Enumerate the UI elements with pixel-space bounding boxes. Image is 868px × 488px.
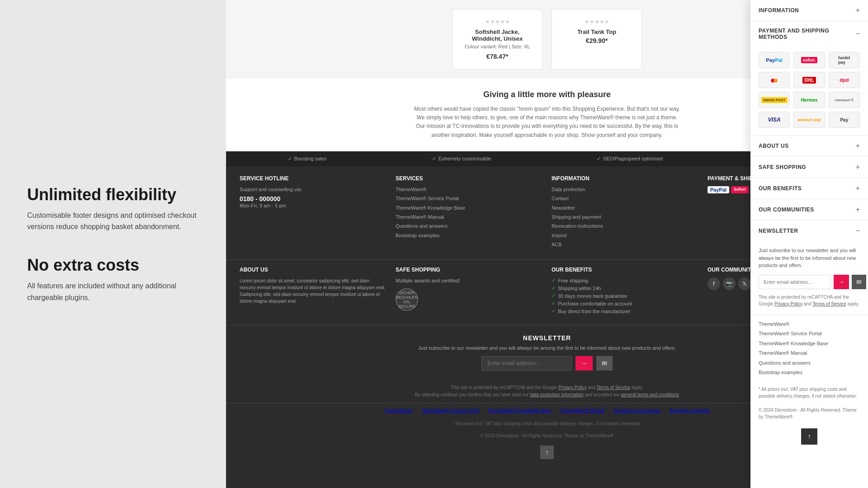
footer-service-3[interactable]: ThemeWare® Knowledge Base — [396, 205, 542, 211]
footer-service-1[interactable]: ThemeWare® — [396, 186, 542, 193]
sidebar-paypal-logo: PayPal — [759, 52, 790, 68]
sidebar-safe-title: SAFE SHOPPING — [759, 164, 806, 170]
sidebar-bootstrap-link[interactable]: Bootstrap examples — [759, 369, 860, 377]
dpd-text: dpd — [840, 77, 849, 83]
sidebar-visa-logo: VISA — [759, 112, 790, 128]
sidebar-knowledge-base-link[interactable]: ThemeWare® Knowledge Base — [759, 340, 860, 348]
footer-info-4[interactable]: Shipping and payment — [552, 214, 698, 221]
sidebar-questions-link[interactable]: Questions and answers — [759, 359, 860, 367]
sidebar-information-title: INFORMATION — [759, 7, 799, 14]
facebook-icon[interactable]: f — [708, 277, 720, 290]
feature-title-2: No extra costs — [27, 255, 199, 275]
sidebar-privacy-link[interactable]: Privacy Policy — [774, 301, 802, 306]
footer-info-3[interactable]: Newsletter — [552, 205, 698, 211]
product-card-2[interactable]: ★★★★★ Trail Tank Top €29.90* — [552, 9, 642, 70]
product-name-1: Softshell Jacke, Winddicht, Unisex — [462, 28, 533, 42]
product-card-1[interactable]: ★★★★★ Softshell Jacke, Winddicht, Unisex… — [452, 9, 542, 70]
secure-badge-text: SICHER BEZAHLEN SSL SECURE — [396, 291, 418, 309]
swisspost-text: SWISS POST — [761, 97, 788, 103]
sidebar-heidel-logo: heidelpay — [829, 52, 860, 68]
footer-safe-text: Multiple awards and certified! — [396, 277, 542, 284]
feature-unlimited-flexibility: Unlimited flexibility Customisable foote… — [27, 185, 199, 233]
sidebar-bottom-links: ThemeWare® ThemeWare® Service Portal The… — [750, 315, 868, 383]
footer-feature-3: ✓ SEO/Pagespeed optimised — [597, 156, 663, 162]
footer-bottom-link-2[interactable]: ThemeWare® Service Portal — [421, 408, 479, 413]
sidebar-payment-header[interactable]: PAYMENT AND SHIPPING METHODS − — [750, 21, 868, 47]
product-price-2: €29.90* — [561, 37, 632, 44]
sidebar-copyright: © 2024 Demostore - All Rights Reserved. … — [750, 403, 868, 424]
dhl-text: DHL — [802, 77, 816, 84]
sidebar-about-header[interactable]: ABOUT US + — [750, 136, 868, 156]
scroll-top-button-center[interactable]: ↑ — [540, 446, 554, 459]
footer-col-safe: SAFE SHOPPING Multiple awards and certif… — [391, 267, 547, 316]
sidebar-payment-logos-grid: PayPal sofort. heidelpay ●● — [759, 52, 860, 128]
footer-info-1[interactable]: Data protection — [552, 186, 698, 193]
hermes-text: Hermes — [801, 98, 818, 103]
footer-safe-title: SAFE SHOPPING — [396, 267, 542, 273]
product-stars-2: ★★★★★ — [561, 19, 632, 25]
sidebar-hermes-logo: Hermes — [793, 92, 825, 108]
paypal-text: PayPal — [766, 57, 783, 63]
sidebar-safe-header[interactable]: SAFE SHOPPING + — [750, 157, 868, 178]
right-sidebar: INFORMATION + PAYMENT AND SHIPPING METHO… — [750, 0, 868, 488]
footer-service-2[interactable]: ThemeWare® Service Portal — [396, 195, 542, 202]
twitter-icon[interactable]: 𝕏 — [738, 277, 751, 290]
sidebar-rotenkauf-logo: rotenkauf ® — [829, 92, 860, 108]
footer-col-benefits: OUR BENEFITS ✓ Free shipping ✓ Shipping … — [547, 267, 703, 316]
sidebar-newsletter-send-button[interactable]: ✉ — [852, 275, 866, 289]
footer-services-title: SERVICES — [396, 175, 542, 182]
footer-bottom-link-5[interactable]: Questions and answers — [613, 408, 661, 413]
footer-bottom-link-6[interactable]: Bootstrap examples — [670, 408, 709, 413]
footer-service-5[interactable]: Questions and answers — [396, 223, 542, 230]
sidebar-email-input[interactable] — [759, 275, 831, 289]
sidebar-benefits-title: OUR BENEFITS — [759, 185, 802, 192]
footer-info-7[interactable]: ACB — [552, 241, 698, 248]
footer-hotline-title: SERVICE HOTLINE — [240, 175, 387, 182]
footer-col-hotline: SERVICE HOTLINE Support and counselling … — [235, 175, 391, 251]
footer-email-input[interactable] — [481, 356, 572, 371]
footer-general-terms-link[interactable]: general terms and conditions — [621, 392, 679, 397]
sidebar-scroll-top-button[interactable]: ↑ — [801, 428, 817, 445]
sidebar-dhl-logo: DHL — [793, 72, 825, 88]
sidebar-section-communities: OUR COMMUNITIES + — [750, 199, 868, 221]
footer-service-6[interactable]: Bootstrap examples — [396, 232, 542, 239]
check-icon-1: ✓ — [288, 156, 292, 162]
footer-feature-2: ✓ Extremely customisable — [432, 156, 491, 162]
footer-service-4[interactable]: ThemeWare® Manual — [396, 214, 542, 221]
instagram-icon[interactable]: 📷 — [723, 277, 736, 290]
footer-terms-link[interactable]: Terms of Service — [597, 385, 630, 390]
footer-benefit-2: ✓ Shipping within 24h — [552, 285, 698, 291]
sidebar-terms-link[interactable]: Terms of Service — [812, 301, 846, 306]
footer-info-5[interactable]: Revocation instructions — [552, 223, 698, 230]
footer-newsletter-send[interactable]: ✉ — [596, 356, 613, 371]
sidebar-communities-header[interactable]: OUR COMMUNITIES + — [750, 199, 868, 220]
footer-info-2[interactable]: Contact — [552, 195, 698, 202]
feature-title-1: Unlimited flexibility — [27, 185, 199, 204]
sidebar-amazonpay-logo: amazon pay — [793, 112, 825, 128]
sidebar-about-toggle-icon: + — [856, 142, 860, 150]
sidebar-applepay-logo: Pay — [829, 112, 860, 128]
sidebar-service-portal-link[interactable]: ThemeWare® Service Portal — [759, 330, 860, 338]
sidebar-information-header[interactable]: INFORMATION + — [750, 0, 868, 21]
sidebar-newsletter-header[interactable]: NEWSLETTER − — [750, 221, 868, 241]
footer-info-6[interactable]: Imprint — [552, 232, 698, 239]
footer-benefit-5: ✓ Buy direct from the manufacturer — [552, 308, 698, 314]
sidebar-newsletter-submit-button[interactable]: → — [834, 275, 849, 289]
sidebar-themeware-link[interactable]: ThemeWare® — [759, 320, 860, 328]
sidebar-dpd-logo: dpd — [829, 72, 860, 88]
footer-bottom-link-1[interactable]: ThemeWare® — [384, 408, 412, 413]
footer-bottom-link-4[interactable]: ThemeWare® Manual — [560, 408, 604, 413]
sidebar-manual-link[interactable]: ThemeWare® Manual — [759, 349, 860, 357]
sidebar-benefits-header[interactable]: OUR BENEFITS + — [750, 178, 868, 199]
footer-benefit-4: ✓ Purchase comfortable on account — [552, 300, 698, 306]
footer-col-about: ABOUT US Lorem ipsum dolor sit amet, con… — [235, 267, 391, 316]
feature-desc-1: Customisable footer designs and optimise… — [27, 210, 199, 233]
footer-about-text: Lorem ipsum dolor sit amet, consetetur s… — [240, 277, 387, 305]
footer-data-protection-link[interactable]: data protection information — [530, 392, 583, 397]
sidebar-payment-content: PayPal sofort. heidelpay ●● — [750, 47, 868, 135]
mastercard-circles: ●● — [770, 75, 778, 85]
sidebar-information-toggle-icon: + — [856, 6, 860, 14]
footer-privacy-link[interactable]: Privacy Policy — [558, 385, 586, 390]
footer-bottom-link-3[interactable]: ThemeWare® Knowledge Base — [488, 408, 551, 413]
footer-newsletter-submit[interactable]: → — [576, 356, 593, 371]
